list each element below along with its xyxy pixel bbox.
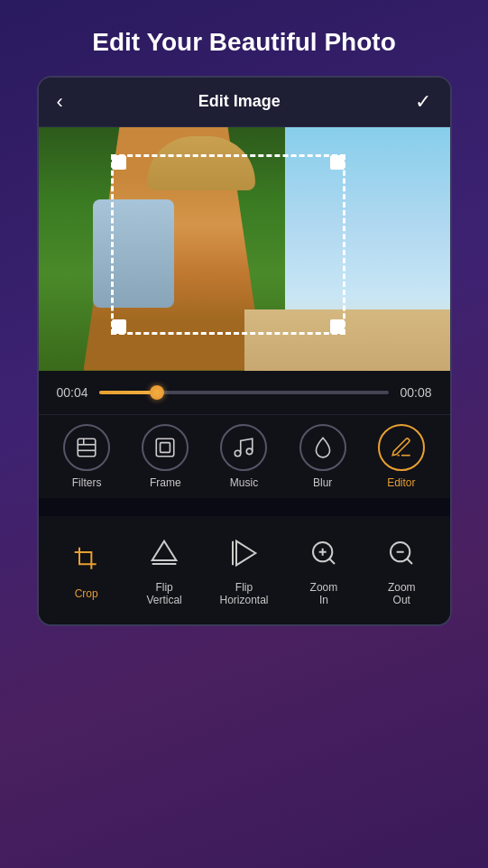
- svg-rect-4: [157, 439, 175, 457]
- editor-label: Editor: [387, 476, 415, 489]
- main-toolbar: Filters Frame Music: [39, 414, 450, 498]
- bottom-tool-zoom-in[interactable]: ZoomIn: [301, 531, 346, 606]
- svg-point-6: [235, 450, 242, 457]
- section-divider: [39, 498, 450, 516]
- svg-line-14: [329, 559, 335, 564]
- toolbar-item-editor[interactable]: Editor: [378, 424, 425, 489]
- phone-card: ‹ Edit Image ✓ 00:04: [37, 76, 452, 626]
- crop-corner-bl[interactable]: [112, 319, 126, 334]
- toolbar-item-frame[interactable]: Frame: [142, 424, 189, 489]
- toolbar-item-blur[interactable]: Blur: [299, 424, 346, 489]
- time-end: 00:08: [400, 385, 431, 400]
- toolbar-item-filters[interactable]: Filters: [63, 424, 110, 489]
- bottom-tool-crop[interactable]: Crop: [64, 537, 109, 600]
- timeline-track[interactable]: [99, 391, 390, 394]
- header-title: Edit Image: [198, 92, 281, 111]
- svg-rect-0: [78, 439, 96, 457]
- bottom-tool-flip-vertical[interactable]: FlipVertical: [142, 531, 187, 606]
- time-start: 00:04: [57, 385, 88, 400]
- zoom-out-icon: [379, 531, 424, 576]
- flip-horizontal-icon: [221, 531, 266, 576]
- editor-icon: [378, 424, 425, 471]
- filters-label: Filters: [72, 476, 102, 489]
- bottom-tool-flip-horizontal[interactable]: FlipHorizontal: [219, 531, 268, 606]
- frame-icon: [142, 424, 189, 471]
- zoom-in-icon: [301, 531, 346, 576]
- music-icon: [220, 424, 267, 471]
- toolbar-item-music[interactable]: Music: [220, 424, 267, 489]
- timeline-section: 00:04 00:08: [39, 371, 450, 414]
- app-header: ‹ Edit Image ✓: [39, 78, 450, 127]
- blur-label: Blur: [313, 476, 332, 489]
- zoom-out-label: ZoomOut: [388, 581, 416, 606]
- frame-label: Frame: [150, 476, 181, 489]
- svg-marker-11: [236, 540, 255, 565]
- svg-rect-5: [161, 442, 170, 452]
- main-title: Edit Your Beautiful Photo: [0, 0, 488, 76]
- confirm-button[interactable]: ✓: [415, 90, 431, 114]
- svg-line-18: [407, 559, 412, 564]
- back-button[interactable]: ‹: [57, 90, 63, 114]
- flip-horizontal-label: FlipHorizontal: [219, 581, 268, 606]
- crop-corner-tr[interactable]: [330, 155, 345, 170]
- timeline-thumb[interactable]: [150, 385, 164, 400]
- flip-vertical-icon: [142, 531, 187, 576]
- bottom-toolbar: Crop FlipVertical FlipHorizontal: [39, 516, 450, 624]
- zoom-in-label: ZoomIn: [310, 581, 338, 606]
- blur-icon: [299, 424, 346, 471]
- crop-label: Crop: [75, 587, 98, 600]
- crop-corner-tl[interactable]: [112, 155, 126, 170]
- svg-marker-9: [152, 540, 177, 559]
- crop-corner-br[interactable]: [330, 319, 345, 334]
- crop-overlay[interactable]: [111, 154, 345, 335]
- svg-point-7: [247, 448, 253, 455]
- bottom-tool-zoom-out[interactable]: ZoomOut: [379, 531, 424, 606]
- crop-icon: [64, 537, 109, 582]
- flip-vertical-label: FlipVertical: [146, 581, 181, 606]
- filters-icon: [63, 424, 110, 471]
- timeline-fill: [99, 391, 157, 394]
- music-label: Music: [230, 476, 258, 489]
- image-canvas: [39, 127, 450, 371]
